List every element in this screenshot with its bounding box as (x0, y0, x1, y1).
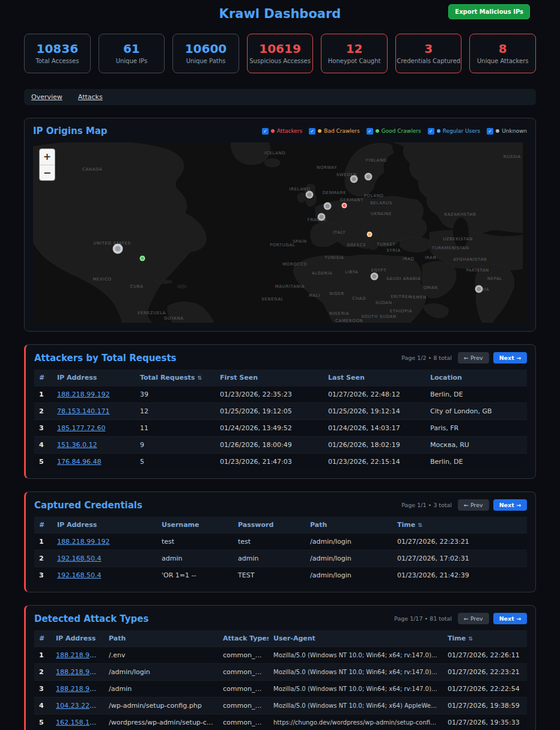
map-country-label: SAUDI ARABIA (386, 276, 421, 281)
prev-page-button[interactable]: ← Prev (458, 499, 489, 511)
map-country-label: FINLAND (366, 158, 387, 163)
ip-address-link[interactable]: 188.218.99.192 (57, 391, 109, 398)
time-cell: 01/27/2026, 22:23:21 (443, 664, 527, 681)
attack-types-cell: common_probes (218, 681, 269, 698)
stats-row: 10836 Total Accesses 61 Unique IPs 10600… (24, 34, 536, 73)
map-marker[interactable] (341, 203, 347, 208)
attacker-row: 4 151.36.0.12 9 01/26/2026, 18:00:49 01/… (34, 437, 527, 454)
map-legend-item[interactable]: ✓ Bad Crawlers (309, 128, 360, 135)
attacker-row: 2 78.153.140.171 12 01/25/2026, 19:12:05… (34, 403, 527, 420)
next-page-button[interactable]: Next → (493, 352, 527, 363)
credentials-table: # IP Address Username Password Path Time… (34, 517, 527, 583)
map-marker[interactable] (112, 244, 123, 254)
sort-icon[interactable]: ⇅ (468, 636, 473, 642)
map-marker[interactable] (365, 173, 373, 181)
next-page-button[interactable]: Next → (493, 613, 527, 624)
attack-type-row: 3 188.218.99.192 /admin common_probes Mo… (34, 681, 527, 698)
map-legend: ✓ Attackers ✓ Bad Crawlers ✓ Good Crawl (262, 128, 527, 135)
ip-address-link[interactable]: 192.168.50.4 (57, 571, 101, 579)
map-country-label: ERITREA (391, 294, 411, 299)
first-seen-cell: 01/25/2026, 19:12:05 (215, 403, 323, 420)
time-cell: 01/27/2026, 22:26:11 (443, 647, 527, 664)
credential-row: 3 192.168.50.4 'OR 1=1 -- TEST /admin/lo… (34, 567, 527, 584)
map-marker[interactable] (475, 285, 483, 293)
map-marker[interactable] (323, 202, 331, 210)
ip-address-link[interactable]: 176.84.96.48 (57, 458, 101, 466)
row-number: 5 (34, 454, 52, 470)
legend-checkbox-icon[interactable]: ✓ (367, 128, 373, 135)
sort-icon[interactable]: ⇅ (418, 522, 422, 528)
map-legend-item[interactable]: ✓ Unknown (487, 128, 527, 135)
password-cell: admin (233, 550, 305, 567)
next-page-button[interactable]: Next → (493, 499, 527, 511)
stat-value: 8 (499, 43, 507, 55)
location-cell: Berlin, DE (425, 454, 527, 470)
map-marker[interactable] (139, 255, 145, 261)
map-country-label: CAMEROON (335, 318, 363, 323)
map-legend-item[interactable]: ✓ Attackers (262, 128, 302, 135)
export-malicious-ips-button[interactable]: Export Malicious IPs (448, 4, 530, 19)
path-cell: /admin/login (104, 664, 218, 681)
map-country-label: NEPAL (487, 276, 502, 281)
ip-address-link[interactable]: 185.177.72.60 (57, 424, 105, 432)
map-country-label: PORTUGAL (270, 243, 295, 248)
legend-checkbox-icon[interactable]: ✓ (262, 128, 269, 135)
user-agent-cell: Mozilla/5.0 (Windows NT 10.0; Win64; x64… (269, 698, 443, 714)
map-country-label: CUBA (130, 284, 144, 289)
zoom-out-button[interactable]: − (40, 165, 55, 180)
attackers-panel-title: Attackers by Total Requests (34, 353, 177, 363)
location-cell: Paris, FR (425, 420, 527, 437)
map-country-label: KAZAKHSTAN (445, 212, 476, 217)
ip-address-link[interactable]: 151.36.0.12 (57, 441, 97, 449)
attacker-row: 5 176.84.96.48 5 01/23/2026, 21:47:03 01… (34, 454, 527, 470)
row-number: 1 (34, 647, 51, 664)
attack-type-row: 2 188.218.99.192 /admin/login common_pro… (34, 664, 527, 681)
map-country-label: ICELAND (264, 151, 285, 156)
column-header: IP Address (52, 370, 135, 386)
ip-address-link[interactable]: 188.218.99.192 (56, 651, 104, 659)
first-seen-cell: 01/24/2026, 13:49:52 (215, 420, 323, 437)
legend-checkbox-icon[interactable]: ✓ (428, 128, 434, 135)
first-seen-cell: 01/26/2026, 18:00:49 (215, 437, 323, 454)
map-country-label: VENEZUELA (138, 311, 166, 315)
ip-address-link[interactable]: 162.158.182.104 (56, 719, 104, 726)
sort-icon[interactable]: ⇅ (197, 375, 202, 381)
ip-address-link[interactable]: 192.168.50.4 (57, 555, 101, 562)
ip-address-link[interactable]: 188.218.99.192 (56, 668, 104, 676)
legend-dot-icon (496, 129, 499, 133)
legend-checkbox-icon[interactable]: ✓ (309, 128, 315, 135)
world-map (33, 142, 523, 323)
user-agent-cell: https://chungo.dev/wordpress/wp-admin/se… (269, 714, 443, 730)
map-marker[interactable] (367, 232, 372, 237)
map-country-label: NORWAY (317, 165, 337, 170)
map-legend-item[interactable]: ✓ Good Crawlers (367, 128, 421, 135)
tab-link[interactable]: Attacks (78, 93, 103, 101)
prev-page-button[interactable]: ← Prev (458, 352, 489, 363)
map-canvas[interactable]: CANADA ICELAND NORWAY SWEDEN FINLAND RUS… (33, 142, 527, 323)
stat-card: 10619 Suspicious Accesses (247, 34, 314, 73)
time-cell: 01/27/2026, 22:22:54 (443, 681, 527, 698)
prev-page-button[interactable]: ← Prev (458, 613, 489, 624)
path-cell: /admin/login (305, 550, 392, 567)
tab-link[interactable]: Overview (31, 93, 62, 101)
ip-address-link[interactable]: 78.153.140.171 (57, 407, 109, 415)
row-number: 3 (34, 420, 52, 437)
map-legend-item[interactable]: ✓ Regular Users (428, 128, 481, 135)
attack-type-row: 5 162.158.182.104 /wordpress/wp-admin/se… (34, 714, 527, 730)
legend-checkbox-icon[interactable]: ✓ (487, 128, 493, 135)
ip-address-link[interactable]: 188.218.99.192 (56, 685, 104, 693)
ip-address-link[interactable]: 104.23.223.128 (56, 702, 104, 710)
map-marker[interactable] (306, 191, 314, 199)
path-cell: /admin (104, 681, 218, 698)
ip-address-link[interactable]: 188.218.99.192 (57, 538, 109, 546)
map-marker[interactable] (350, 175, 358, 183)
map-marker[interactable] (318, 213, 326, 221)
first-seen-cell: 01/23/2026, 22:35:23 (215, 386, 323, 403)
zoom-in-button[interactable]: + (40, 149, 55, 165)
map-country-label: SYRIA (386, 248, 400, 253)
map-country-label: IRAQ (403, 257, 414, 261)
attacker-row: 1 188.218.99.192 39 01/23/2026, 22:35:23… (34, 386, 527, 403)
map-marker[interactable] (371, 272, 379, 280)
time-cell: 01/27/2026, 19:38:59 (443, 698, 527, 714)
location-cell: City of London, GB (425, 403, 527, 420)
